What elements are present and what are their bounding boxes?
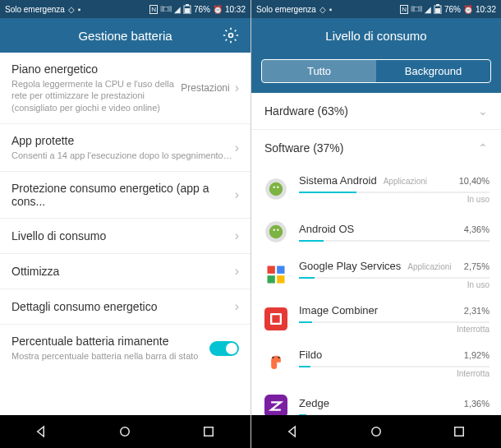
battery-percent: 76% bbox=[444, 5, 461, 14]
app-percent: 2,31% bbox=[464, 306, 490, 316]
app-status: Interrotta bbox=[299, 369, 490, 378]
label: Protezione consumo energetico (app a con… bbox=[11, 182, 235, 208]
chevron-up-icon: ⌃ bbox=[478, 141, 488, 155]
toggle-switch[interactable] bbox=[209, 341, 239, 356]
alarm-icon: ⏰ bbox=[213, 5, 223, 14]
app-row[interactable]: Fildo1,92%Interrotta bbox=[251, 340, 501, 385]
app-status: In uso bbox=[299, 195, 490, 204]
tab-background[interactable]: Background bbox=[376, 60, 490, 82]
chevron-right-icon: › bbox=[235, 229, 239, 243]
app-usage-bar bbox=[299, 321, 490, 323]
label: Dettagli consumo energetico bbox=[11, 300, 235, 313]
app-icon bbox=[263, 261, 289, 288]
chevron-right-icon: › bbox=[235, 299, 239, 314]
app-row[interactable]: Sistema AndroidApplicazioni10,40%In uso bbox=[251, 166, 501, 210]
svg-point-3 bbox=[229, 34, 233, 38]
label: Piano energetico bbox=[11, 62, 181, 76]
settings-list: Piano energetico Regola leggermente la C… bbox=[0, 53, 250, 415]
app-usage-bar bbox=[299, 240, 490, 242]
app-usage-bar bbox=[299, 192, 490, 193]
app-row[interactable]: Google Play ServicesApplicazioni2,75%In … bbox=[251, 252, 501, 296]
settings-button[interactable] bbox=[223, 27, 241, 44]
app-usage-bar bbox=[299, 414, 490, 416]
extra-icon: ▪ bbox=[78, 5, 81, 14]
app-icon bbox=[263, 393, 289, 415]
app-name: Image Combiner bbox=[299, 304, 378, 316]
section-software[interactable]: Software (37%) ⌃ bbox=[251, 129, 501, 166]
row-power-protection[interactable]: Protezione consumo energetico (app a con… bbox=[0, 172, 250, 219]
svg-rect-19 bbox=[272, 315, 279, 322]
row-consumption-details[interactable]: Dettagli consumo energetico › bbox=[0, 289, 250, 325]
svg-point-21 bbox=[272, 357, 273, 358]
status-bar: Solo emergenza ◇ ▪ N ⦀□⦀ ◢ 76% ⏰ 10:32 bbox=[251, 0, 501, 18]
app-tag: Applicazioni bbox=[384, 177, 427, 186]
chevron-right-icon: › bbox=[235, 187, 239, 202]
sub: Mostra percentuale batteria nella barra … bbox=[11, 350, 209, 362]
status-bar: Solo emergenza ◇ ▪ N ⦀□⦀ ◢ 76% ⏰ 10:32 bbox=[0, 0, 250, 18]
battery-icon bbox=[183, 4, 191, 14]
app-name: Sistema Android bbox=[299, 174, 377, 187]
clock-text: 10:32 bbox=[225, 5, 246, 14]
svg-rect-23 bbox=[264, 395, 287, 415]
svg-point-24 bbox=[372, 427, 381, 436]
battery-icon bbox=[434, 4, 442, 14]
value: Prestazioni bbox=[181, 82, 229, 94]
app-row[interactable]: Android OS4,36% bbox=[251, 210, 501, 252]
app-percent: 10,40% bbox=[459, 176, 490, 186]
svg-rect-8 bbox=[435, 8, 440, 13]
signal-icon: ◢ bbox=[425, 5, 431, 14]
section-label: Software (37%) bbox=[264, 141, 343, 155]
signal-icon: ◢ bbox=[174, 5, 181, 14]
nav-home[interactable] bbox=[117, 424, 132, 439]
nav-recent[interactable] bbox=[201, 424, 216, 439]
svg-point-22 bbox=[278, 357, 279, 358]
location-icon: ◇ bbox=[319, 5, 326, 14]
app-name: Google Play Services bbox=[299, 260, 401, 272]
nav-home[interactable] bbox=[369, 424, 384, 439]
svg-point-11 bbox=[273, 187, 275, 188]
nav-bar bbox=[251, 415, 501, 448]
app-percent: 1,36% bbox=[464, 399, 490, 409]
svg-point-15 bbox=[273, 229, 275, 231]
app-percent: 1,92% bbox=[464, 350, 490, 360]
row-consumption-level[interactable]: Livello di consumo › bbox=[0, 219, 250, 254]
vibrate-icon: ⦀□⦀ bbox=[160, 4, 172, 14]
app-tag: Applicazioni bbox=[407, 262, 451, 271]
carrier-text: Solo emergenza bbox=[256, 5, 316, 14]
header: Livello di consumo bbox=[251, 18, 501, 53]
label: App protette bbox=[11, 134, 235, 147]
row-battery-percent-toggle[interactable]: Percentuale batteria rimanente Mostra pe… bbox=[0, 325, 250, 372]
row-optimize[interactable]: Ottimizza › bbox=[0, 254, 250, 289]
nav-back[interactable] bbox=[286, 424, 301, 439]
chevron-down-icon: ⌄ bbox=[478, 104, 488, 118]
label: Percentuale batteria rimanente bbox=[11, 335, 209, 348]
row-power-plan[interactable]: Piano energetico Regola leggermente la C… bbox=[0, 53, 250, 124]
svg-point-10 bbox=[269, 182, 283, 196]
app-usage-bar bbox=[299, 366, 490, 367]
section-hardware[interactable]: Hardware (63%) ⌄ bbox=[251, 93, 501, 129]
chevron-right-icon: › bbox=[235, 81, 239, 95]
sub: Consenti a 14 app l'esecuzione dopo lo s… bbox=[11, 150, 235, 161]
app-icon bbox=[263, 306, 289, 332]
app-name: Fildo bbox=[299, 349, 322, 361]
row-protected-apps[interactable]: App protette Consenti a 14 app l'esecuzi… bbox=[0, 124, 250, 172]
carrier-text: Solo emergenza bbox=[5, 5, 65, 14]
page-title: Livello di consumo bbox=[261, 29, 491, 43]
extra-icon: ▪ bbox=[329, 5, 333, 14]
nav-recent[interactable] bbox=[452, 424, 467, 439]
nav-bar bbox=[0, 415, 250, 448]
label: Livello di consumo bbox=[11, 229, 235, 242]
app-icon bbox=[263, 350, 289, 376]
nav-back[interactable] bbox=[34, 424, 49, 439]
app-row[interactable]: Zedge1,36% bbox=[251, 385, 501, 415]
screen-consumption-level: Solo emergenza ◇ ▪ N ⦀□⦀ ◢ 76% ⏰ 10:32 L… bbox=[250, 0, 501, 448]
nfc-icon: N bbox=[400, 5, 408, 14]
alarm-icon: ⏰ bbox=[463, 5, 473, 14]
label: Ottimizza bbox=[11, 265, 235, 278]
app-icon bbox=[263, 219, 289, 245]
app-row[interactable]: Image Combiner2,31%Interrotta bbox=[251, 296, 501, 340]
app-name: Zedge bbox=[299, 397, 329, 409]
tab-all[interactable]: Tutto bbox=[262, 60, 376, 82]
chevron-right-icon: › bbox=[235, 141, 239, 155]
clock-text: 10:32 bbox=[476, 5, 496, 14]
